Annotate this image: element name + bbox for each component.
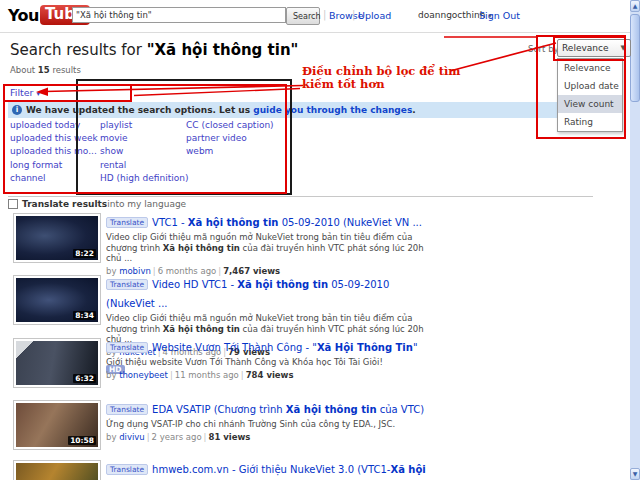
sort-by-label: Sort by (528, 44, 559, 54)
thumbnail-image: 10:58 (16, 403, 98, 447)
duration-badge: 10:58 (68, 436, 96, 445)
filter-option[interactable]: uploaded this mo... (10, 146, 98, 159)
video-meta: by divivu|2 years ago|81 views (106, 432, 436, 442)
upload-link[interactable]: Upload (358, 10, 391, 21)
translate-results-row: Translate results into my language (8, 199, 186, 209)
header-bar: You Tube Search | Browse | Upload doanng… (0, 0, 630, 33)
view-count: 81 views (208, 432, 250, 442)
filter-option[interactable]: channel (10, 173, 98, 186)
filter-option[interactable]: rental (100, 160, 188, 173)
video-thumbnail[interactable] (13, 460, 101, 480)
view-count: 784 views (246, 370, 294, 380)
video-thumbnail[interactable]: 10:58 (13, 400, 101, 450)
video-description: Video clip Giới thiệu mã nguồn mở NukeVi… (106, 232, 424, 264)
search-button[interactable]: Search (286, 7, 320, 25)
thumbnail-image: 8:22 (16, 216, 98, 260)
search-result-row: 8:22 TranslateVTC1 - Xã hội thông tin 05… (13, 211, 595, 272)
sort-option-view-count[interactable]: View count (558, 95, 622, 113)
thumbnail-image: 6:32 (16, 341, 98, 385)
chevron-down-icon: ▾ (37, 90, 41, 98)
video-thumbnail[interactable]: 6:32 (13, 338, 101, 388)
translate-button[interactable]: Translate (106, 217, 148, 228)
video-thumbnail[interactable]: 8:22 (13, 213, 101, 263)
guide-link[interactable]: guide you through the changes (253, 105, 412, 115)
translate-button[interactable]: Translate (106, 404, 148, 415)
filter-column-2: playlist movie show rental HD (high defi… (100, 120, 188, 186)
filter-option[interactable]: uploaded today (10, 120, 98, 133)
search-input[interactable] (72, 7, 286, 23)
annotation-note: Điều chỉnh bộ lọc để tìm kiếm tốt hơn (302, 65, 461, 91)
video-description: Giới thiệu website Vươn Tới Thành Công v… (106, 357, 424, 368)
video-thumbnail[interactable]: 8:34 (13, 275, 101, 325)
sort-dropdown-button[interactable]: Relevance ▼ (557, 39, 631, 57)
sign-out-link[interactable]: Sign Out (479, 10, 520, 21)
scroll-down-button[interactable]: ▼ (630, 468, 640, 480)
search-result-row: 6:32 TranslateWebsite Vươn Tới Thành Côn… (13, 336, 595, 397)
sort-value: Relevance (562, 43, 608, 53)
sort-option-upload-date[interactable]: Upload date (558, 77, 622, 95)
info-icon: i (12, 105, 22, 115)
video-title-link[interactable]: Website Vươn Tới Thành Công - "Xã Hội Th… (152, 342, 417, 353)
youtube-search-page: You Tube Search | Browse | Upload doanng… (0, 0, 640, 480)
search-result-row: Translatehmweb.com.vn - Giới thiệu NukeV… (13, 458, 595, 480)
filter-toggle[interactable]: Filter ▾ (10, 87, 40, 98)
page-title: Search results for "Xã hội thông tin" (10, 41, 298, 59)
video-title-link[interactable]: EDA VSATIP (Chương trình Xã hội thông ti… (152, 404, 424, 415)
filter-option[interactable]: CC (closed caption) (186, 120, 274, 133)
notice-text: We have updated the search options. Let … (26, 105, 253, 115)
thumbnail-image: 8:34 (16, 278, 98, 322)
search-result-row: 10:58 TranslateEDA VSATIP (Chương trình … (13, 398, 595, 459)
chevron-down-icon: ▼ (621, 44, 626, 52)
header-separator: | (352, 9, 355, 20)
uploader-link[interactable]: divivu (119, 432, 145, 442)
content-divider (8, 196, 593, 197)
filter-column-3: CC (closed caption) partner video webm (186, 120, 274, 160)
filter-option[interactable]: partner video (186, 133, 274, 146)
translate-button[interactable]: Translate (106, 279, 148, 290)
video-title-link[interactable]: hmweb.com.vn - Giới thiệu NukeViet 3.0 (… (106, 464, 426, 480)
filter-option[interactable]: playlist (100, 120, 188, 133)
filter-column-1: uploaded today uploaded this week upload… (10, 120, 98, 186)
search-result-row: 8:34 TranslateVideo HD VTC1 - Xã hội thô… (13, 273, 595, 334)
translate-button[interactable]: Translate (106, 342, 148, 353)
uploader-link[interactable]: thoneybeet (119, 370, 168, 380)
thumbnail-image (16, 463, 98, 480)
filter-option[interactable]: show (100, 146, 188, 159)
filter-option[interactable]: uploaded this week (10, 133, 98, 146)
result-count-text: About 15 results (10, 65, 81, 75)
sort-option-relevance[interactable]: Relevance (558, 59, 622, 77)
sort-option-rating[interactable]: Rating (558, 113, 622, 131)
video-meta: by thoneybeet|11 months ago|784 views (106, 370, 436, 380)
logo-you-text: You (8, 6, 39, 25)
video-age: 11 months ago (175, 370, 239, 380)
filter-option[interactable]: movie (100, 133, 188, 146)
filter-option[interactable]: webm (186, 146, 274, 159)
filter-option[interactable]: long format (10, 160, 98, 173)
arrow-up-icon: ▲ (633, 2, 638, 9)
header-separator: | (323, 9, 326, 20)
sort-dropdown-menu: Relevance Upload date View count Rating (557, 58, 623, 132)
username-text: doanngocthinh (418, 10, 485, 20)
filter-option[interactable]: HD (high definition) (100, 173, 188, 186)
video-description: Ứng dụng VSAT-IP cho chi nhánh Trường Si… (106, 419, 424, 430)
arrow-down-icon: ▼ (633, 470, 638, 477)
duration-badge: 6:32 (73, 374, 96, 383)
translate-results-label: Translate results (22, 199, 107, 209)
video-title-link[interactable]: VTC1 - Xã hội thông tin 05-09-2010 (Nuke… (152, 217, 422, 228)
duration-badge: 8:22 (73, 249, 96, 258)
scroll-up-button[interactable]: ▲ (630, 0, 640, 12)
search-options-notice: i We have updated the search options. Le… (8, 102, 593, 118)
page-title-prefix: Search results for (10, 41, 147, 59)
video-age: 2 years ago (152, 432, 202, 442)
page-title-query: "Xã hội thông tin" (147, 41, 299, 59)
video-title-link[interactable]: Video HD VTC1 - Xã hội thông tin 05-09-2… (106, 279, 389, 309)
translate-button[interactable]: Translate (106, 464, 148, 475)
scrollbar-thumb[interactable] (630, 14, 640, 102)
translate-results-checkbox[interactable] (8, 199, 18, 209)
duration-badge: 8:34 (73, 311, 96, 320)
